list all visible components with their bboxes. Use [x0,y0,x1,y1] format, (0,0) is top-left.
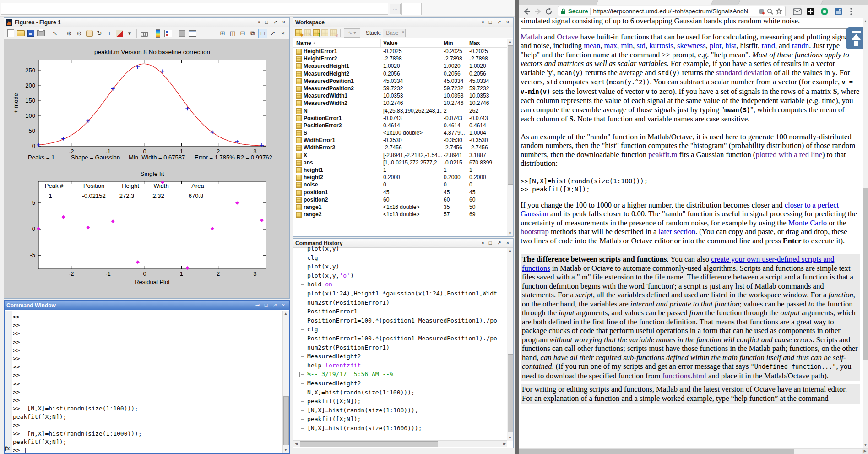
text-link[interactable]: standard deviation [716,68,772,77]
scroll-thumb[interactable] [300,441,438,447]
scroll-up-icon[interactable]: ▲ [507,39,513,44]
scroll-right-icon[interactable]: ▶ [502,441,507,447]
save-figure-icon[interactable] [26,29,35,38]
tile-vertical-icon[interactable]: ◫ [228,29,237,38]
open-file-icon[interactable] [16,29,25,38]
blue-square-extension-icon[interactable] [833,6,843,16]
print-figure-icon[interactable] [36,29,45,38]
text-link[interactable]: mean [584,41,600,50]
bookmark-star-icon[interactable] [776,8,782,15]
scroll-down-icon[interactable]: ▼ [507,435,513,441]
maximize-icon[interactable]: □ [263,19,270,26]
undock-icon[interactable]: ↗ [495,19,503,26]
text-link[interactable]: plot [710,41,722,50]
workspace-scrollbar[interactable]: ▲ ▼ [507,39,513,236]
text-link[interactable]: rand [761,41,775,50]
dock-icon[interactable]: ⇥ [254,302,261,309]
tile-horizontal-icon[interactable]: ⊟ [238,29,247,38]
adblock-extension-icon[interactable] [806,6,816,16]
mail-extension-icon[interactable] [792,6,802,16]
text-link[interactable]: plotted with a red line [755,150,822,159]
text-link[interactable]: peakfit.m [648,150,677,159]
variable-row[interactable]: WidthError1-0.3530-0.3530-0.3530 [293,137,507,144]
scroll-down-icon[interactable]: ▼ [283,448,288,453]
single-window-icon[interactable]: □ [258,29,267,38]
edit-variable-icon[interactable]: ✎ [304,29,311,36]
scroll-right-icon[interactable]: ▶ [862,449,868,454]
extension-shield-icon[interactable] [759,8,765,15]
history-item[interactable]: help lorentzfit [307,361,507,370]
colorbar-icon[interactable] [153,29,163,38]
variable-row[interactable]: X[-2.8941,-2.2182,-1.54...-2.89413.1887 [293,152,507,159]
history-item[interactable]: peakfit([X;N]); [307,397,507,406]
history-item[interactable]: N,X]=hist(randn(size(1:100))); [307,388,507,397]
scroll-down-icon[interactable]: ▼ [507,231,513,236]
variable-row[interactable]: MeasuredPosition259.723259.723259.7232 [293,85,507,92]
column-header-max[interactable]: Max [469,40,480,46]
scroll-thumb[interactable] [508,45,513,185]
scroll-up-icon[interactable]: ▲ [283,311,288,317]
dock-icon[interactable]: ⇥ [478,19,485,26]
command-window-output[interactable]: >>>>>>>>>>>>>>>>>>>>>>>> [N,X]=hist(rand… [13,311,282,453]
history-item[interactable]: plot(x,y,'o') [307,271,507,280]
forward-icon[interactable] [533,6,543,16]
browser-tab[interactable] [596,0,713,5]
close-icon[interactable]: × [278,29,288,38]
history-item[interactable]: clg [307,253,507,263]
text-link[interactable]: randn [792,41,809,50]
browser-tab[interactable] [738,0,823,5]
history-item[interactable]: [N,X]=hist(randn(size(1:1000))); [307,424,507,432]
save-workspace-icon[interactable] [321,29,328,36]
variable-row[interactable]: HeightError2-2.7898-2.7898-2.7898 [293,55,507,62]
pan-icon[interactable] [85,29,94,38]
variable-row[interactable]: range1<1x16 double>3550 [293,203,507,211]
quick-access-bar[interactable] [1,3,388,15]
rotate-3d-icon[interactable]: ↻ [95,29,104,38]
history-item[interactable]: plot(x,y) [307,262,507,271]
scroll-thumb[interactable] [508,354,513,432]
text-link[interactable]: functions.html [662,372,706,380]
new-variable-icon[interactable]: ✱ [295,29,302,36]
command-window-titlebar[interactable]: Command Window ⇥□↗× [5,301,289,310]
variable-row[interactable]: ans[1,-0.0215,272.2577,2....-0.0215670.8… [293,159,507,166]
history-item[interactable]: clg [307,325,507,334]
variable-row[interactable]: noise000 [293,181,507,188]
command-prompt-input[interactable]: >> | [13,447,282,453]
history-item[interactable]: MeasuredHeight2 [307,379,507,388]
variable-row[interactable]: MeasuredWidth110.035310.035310.0353 [293,92,507,99]
scroll-thumb[interactable] [283,396,289,445]
workspace-titlebar[interactable]: Workspace ⇥□↗× [293,18,513,27]
variable-row[interactable]: MeasuredPosition145.033445.033445.0334 [293,77,507,85]
history-item[interactable]: [N,X]=hist(randn(size(1:100))); [307,406,507,415]
fx-function-hint-icon[interactable]: fx [5,445,10,452]
plot-selector-dropdown[interactable]: ∿ ▾ [344,28,360,38]
text-link[interactable]: std [637,41,646,50]
text-link[interactable]: later section [658,227,695,236]
scroll-left-icon[interactable]: ◀ [293,441,299,447]
variable-row[interactable]: position2606060 [293,196,507,203]
variable-row[interactable]: N[4,25,83,190,262,248,1...2262 [293,107,507,115]
scroll-up-icon[interactable]: ▲ [863,18,868,24]
collapse-icon[interactable]: − [295,372,300,377]
workspace-column-headers[interactable]: Name ▲ValueMinMax [293,39,507,48]
variable-row[interactable]: WidthError2-2.7456-2.7456-2.7456 [293,144,507,151]
variable-row[interactable]: height1111 [293,166,507,174]
zoom-out-icon[interactable]: ⊖ [75,29,84,38]
variable-row[interactable]: MeasuredHeight20.20560.20560.2056 [293,70,507,77]
command-history-hscrollbar[interactable]: ◀ ▶ [293,440,507,447]
history-item[interactable]: num2str(PositionError1) [307,298,507,307]
maximize-icon[interactable]: □ [487,19,494,26]
overflow-menu-button[interactable]: … [390,4,401,14]
text-link[interactable]: Matlab [521,33,542,41]
url-text[interactable]: https://terpconnect.umd.edu/~toh/spectru… [593,8,756,15]
undock-icon[interactable]: ↗ [271,302,278,309]
text-link[interactable]: skewness [677,41,706,50]
history-item[interactable]: MeasuredHeight2 [307,352,507,361]
tile-grid-icon[interactable]: ⊞ [218,29,227,38]
history-item[interactable]: PositionError1=100.*(position1-MeasuredP… [307,316,507,325]
text-link[interactable]: Monte Carlo [788,219,827,227]
scroll-down-icon[interactable]: ▼ [863,442,868,448]
variable-row[interactable]: position1454545 [293,189,507,196]
history-item[interactable]: PositionError1=100.*(position1-MeasuredP… [307,334,507,343]
undock-icon[interactable]: ↗ [271,19,279,26]
